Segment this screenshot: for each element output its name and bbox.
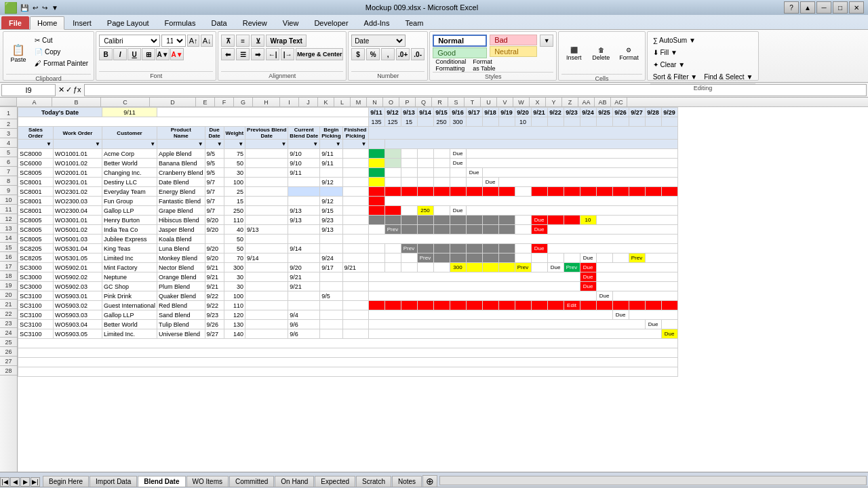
d-p21[interactable] [450,301,466,310]
d-u21[interactable] [531,301,547,310]
d-m17[interactable] [401,263,417,272]
wt-10[interactable]: 15 [224,197,245,206]
so-16[interactable]: SC8205 [18,253,54,263]
end-9[interactable] [342,187,368,197]
d-t21[interactable] [515,301,531,310]
so-5[interactable]: SC8000 [18,149,54,159]
d-n21[interactable] [417,301,433,310]
d-m11[interactable] [401,206,417,216]
curr-20[interactable] [288,291,320,301]
begin-16[interactable]: 9/24 [320,253,342,263]
due-14[interactable] [205,235,224,244]
sort-filter-button[interactable]: Sort & Filter ▼ [650,71,700,82]
prod-18[interactable]: Orange Blend [157,272,205,282]
cell-x1[interactable]: 9/24 [580,108,596,117]
due-12[interactable]: 9/20 [205,216,224,225]
row-7[interactable]: 7 [0,167,17,176]
decimal-inc-button[interactable]: .0+ [396,48,410,60]
font-size-select[interactable]: 11 [161,35,186,47]
d-aa9[interactable] [629,187,645,197]
d-n9[interactable] [417,187,433,197]
d-ab23[interactable]: Due [645,320,661,329]
row-28[interactable]: 28 [0,366,17,375]
d-y16[interactable] [596,253,612,263]
filter-c4[interactable]: ▼ [102,140,157,149]
prod-20[interactable]: Quaker Blend [157,291,205,301]
d-p11[interactable]: Due [450,206,466,216]
d-n8[interactable] [417,178,433,187]
cell-r1[interactable]: 9/18 [482,108,498,117]
wt-8[interactable]: 100 [224,178,245,187]
curr-11[interactable]: 9/13 [288,206,320,216]
row-14[interactable]: 14 [0,233,17,243]
d-p8[interactable] [450,178,466,187]
wt-13[interactable]: 40 [224,225,245,235]
d-k9[interactable] [368,187,384,197]
conditional-formatting-button[interactable]: ConditionalFormatting [433,60,469,70]
end-24[interactable] [342,329,368,339]
tab-data[interactable]: Data [203,16,234,29]
row-2[interactable]: 2 [0,119,17,129]
row-3[interactable]: 3 [0,129,17,138]
d-t15[interactable] [515,244,531,253]
d-s13[interactable] [498,225,515,235]
autosum-button[interactable]: ∑ AutoSum ▼ [650,35,698,45]
cell-ac1[interactable]: 9/29 [661,108,677,117]
prev-12[interactable] [245,216,288,225]
d-u12[interactable]: Due [531,216,547,225]
insert-button[interactable]: ⬛ Insert [561,35,586,73]
prod-5[interactable]: Apple Blend [157,149,205,159]
cust-10[interactable]: Fun Group [102,197,157,206]
d-k21[interactable] [368,301,384,310]
prev-14[interactable] [245,235,288,244]
d-l6[interactable] [384,159,401,168]
d-l21[interactable] [384,301,401,310]
d-n6[interactable] [417,159,433,168]
due-21[interactable]: 9/22 [205,301,224,310]
d-m13[interactable] [401,225,417,235]
align-middle-button[interactable]: ≡ [236,35,250,47]
begin-7[interactable] [320,168,342,178]
cust-24[interactable]: Limited Inc. [102,329,157,339]
d-k17[interactable] [368,263,384,272]
d-n5[interactable] [417,149,433,159]
redo-qa-button[interactable]: ↪ [41,4,49,12]
d-o21[interactable] [433,301,450,310]
end-5[interactable] [342,149,368,159]
wo-8[interactable]: WO2301.01 [54,178,102,187]
tab-notes[interactable]: Notes [392,476,422,487]
prod-21[interactable]: Red Blend [157,301,205,310]
cell-c1[interactable]: 9/11 [102,108,157,117]
due-10[interactable]: 9/7 [205,197,224,206]
end-6[interactable] [342,159,368,168]
decrease-font-button[interactable]: A↓ [201,35,213,47]
quick-access-toolbar[interactable]: 🟩 💾 ↩ ↪ ▼ [4,1,60,14]
d-v21[interactable] [547,301,564,310]
d-p5[interactable]: Due [450,149,466,159]
d-o7[interactable] [433,168,450,178]
d-t13[interactable] [515,225,531,235]
d-s12[interactable] [498,216,515,225]
end-18[interactable] [342,272,368,282]
cell-p1[interactable]: 9/16 [450,108,466,117]
d-y21[interactable] [596,301,612,310]
d-l16[interactable] [384,253,401,263]
curr-23[interactable]: 9/6 [288,320,320,329]
d-m21[interactable] [401,301,417,310]
due-5[interactable]: 9/5 [205,149,224,159]
wo-15[interactable]: WO5301.04 [54,244,102,253]
d-s9[interactable] [498,187,515,197]
wt-20[interactable]: 100 [224,291,245,301]
cust-15[interactable]: King Teas [102,244,157,253]
d-p9[interactable] [450,187,466,197]
prod-24[interactable]: Universe Blend [157,329,205,339]
cell-a1[interactable]: Today's Date [18,108,102,117]
due-23[interactable]: 9/26 [205,320,224,329]
due-13[interactable]: 9/20 [205,225,224,235]
cust-23[interactable]: Better World [102,320,157,329]
end-14[interactable] [342,235,368,244]
tab-import-data[interactable]: Import Data [90,476,137,487]
bold-button[interactable]: B [99,48,113,60]
so-9[interactable]: SC8001 [18,187,54,197]
filter-j4[interactable]: ▼ [342,140,368,149]
